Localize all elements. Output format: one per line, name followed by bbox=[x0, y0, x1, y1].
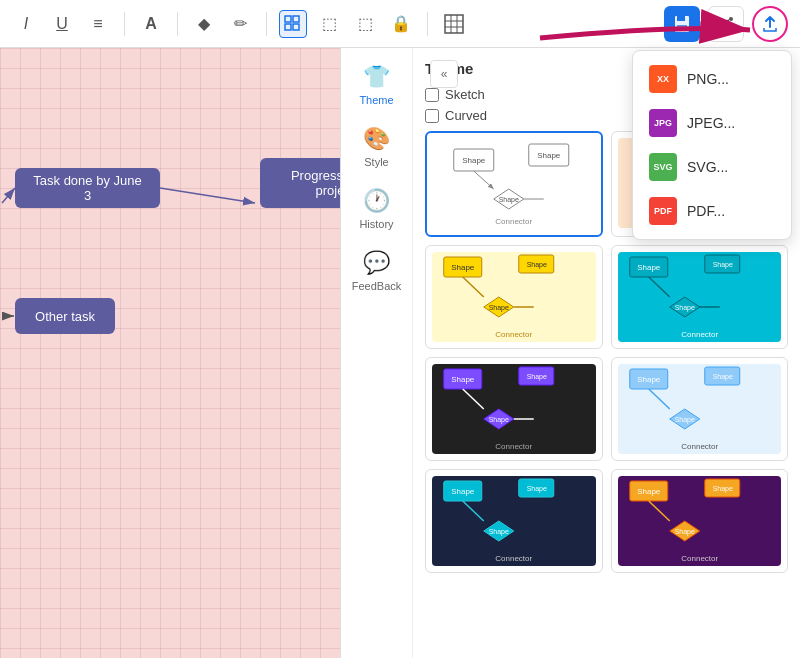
svg-line-74 bbox=[648, 389, 669, 409]
theme-icon: 👕 bbox=[363, 64, 390, 90]
svg-rect-3 bbox=[293, 24, 299, 30]
svg-line-65 bbox=[463, 389, 484, 409]
lock-btn[interactable]: 🔒 bbox=[387, 10, 415, 38]
svg-line-29 bbox=[474, 171, 494, 189]
png-icon: XX bbox=[649, 65, 677, 93]
export-dropdown: XX PNG... JPG JPEG... SVG SVG... PDF PDF… bbox=[632, 50, 792, 240]
sep2 bbox=[177, 12, 178, 36]
svg-text:Shape: Shape bbox=[712, 261, 732, 269]
curved-checkbox[interactable] bbox=[425, 109, 439, 123]
table-btn[interactable] bbox=[440, 10, 468, 38]
theme-card-yellow[interactable]: Shape Shape Shape Connector bbox=[425, 245, 603, 349]
svg-text:Shape: Shape bbox=[451, 263, 475, 272]
svg-text:Shape: Shape bbox=[489, 416, 509, 424]
svg-text:Connector: Connector bbox=[495, 330, 532, 339]
export-pdf[interactable]: PDF PDF... bbox=[633, 189, 791, 233]
export-jpeg[interactable]: JPG JPEG... bbox=[633, 101, 791, 145]
node-other-task[interactable]: Other task bbox=[15, 298, 115, 334]
svg-text:Shape: Shape bbox=[712, 373, 732, 381]
sketch-checkbox[interactable] bbox=[425, 88, 439, 102]
svg-text:Shape: Shape bbox=[451, 487, 475, 496]
svg-text:Shape: Shape bbox=[537, 151, 561, 160]
svg-text:Connector: Connector bbox=[681, 554, 718, 563]
curved-label: Curved bbox=[445, 108, 487, 123]
svg-text:Shape: Shape bbox=[637, 263, 661, 272]
sidebar-item-history[interactable]: 🕐 History bbox=[347, 180, 407, 238]
sep3 bbox=[266, 12, 267, 36]
collapse-sidebar-button[interactable]: « bbox=[430, 60, 458, 88]
theme-card-dark[interactable]: Shape Shape Shape Connector bbox=[425, 357, 603, 461]
svg-point-12 bbox=[729, 17, 733, 21]
svg-line-19 bbox=[160, 188, 255, 203]
svg-text:Shape: Shape bbox=[527, 485, 547, 493]
pen-btn[interactable]: ✏ bbox=[226, 10, 254, 38]
toolbar-right bbox=[664, 6, 788, 42]
node-task-june[interactable]: Task done by June 3 bbox=[15, 168, 160, 208]
svg-text:Connector: Connector bbox=[495, 442, 532, 451]
svg-point-14 bbox=[729, 27, 733, 31]
theme-card-navy[interactable]: Shape Shape Shape Connector bbox=[425, 469, 603, 573]
svg-text:Shape: Shape bbox=[674, 528, 694, 536]
svg-text:Shape: Shape bbox=[489, 304, 509, 312]
copy-btn[interactable]: ⬚ bbox=[351, 10, 379, 38]
save-button[interactable] bbox=[664, 6, 700, 42]
feedback-icon: 💬 bbox=[363, 250, 390, 276]
svg-line-16 bbox=[723, 25, 729, 28]
italic-btn[interactable]: I bbox=[12, 10, 40, 38]
svg-line-47 bbox=[463, 277, 484, 297]
sidebar-nav: 👕 Theme 🎨 Style 🕐 History 💬 FeedBack bbox=[341, 48, 413, 658]
svg-icon: SVG bbox=[649, 153, 677, 181]
crop-btn[interactable]: ⬚ bbox=[315, 10, 343, 38]
svg-rect-0 bbox=[285, 16, 291, 22]
underline-btn[interactable]: U bbox=[48, 10, 76, 38]
svg-text:Connector: Connector bbox=[495, 217, 532, 226]
svg-rect-4 bbox=[445, 15, 463, 33]
svg-line-20 bbox=[2, 188, 15, 203]
svg-text:Shape: Shape bbox=[637, 375, 661, 384]
svg-text:Connector: Connector bbox=[495, 554, 532, 563]
sketch-label: Sketch bbox=[445, 87, 485, 102]
export-svg[interactable]: SVG SVG... bbox=[633, 145, 791, 189]
svg-text:Connector: Connector bbox=[681, 442, 718, 451]
svg-rect-2 bbox=[285, 24, 291, 30]
sidebar-item-style[interactable]: 🎨 Style bbox=[347, 118, 407, 176]
toolbar: I U ≡ A ◆ ✏ ⬚ ⬚ 🔒 bbox=[0, 0, 800, 48]
export-button[interactable] bbox=[752, 6, 788, 42]
svg-text:Shape: Shape bbox=[499, 196, 519, 204]
svg-text:Shape: Shape bbox=[712, 485, 732, 493]
svg-text:Shape: Shape bbox=[451, 375, 475, 384]
fill-btn[interactable]: ◆ bbox=[190, 10, 218, 38]
svg-line-15 bbox=[723, 20, 729, 23]
svg-text:Shape: Shape bbox=[527, 261, 547, 269]
theme-card-lightblue[interactable]: Shape Shape Shape Connector bbox=[611, 357, 789, 461]
pdf-icon: PDF bbox=[649, 197, 677, 225]
theme-card-teal[interactable]: Shape Shape Shape Connector bbox=[611, 245, 789, 349]
svg-point-13 bbox=[719, 22, 723, 26]
theme-card-default[interactable]: Shape Shape Shape Connector bbox=[425, 131, 603, 237]
svg-rect-11 bbox=[677, 25, 687, 30]
svg-text:Shape: Shape bbox=[637, 487, 661, 496]
sep1 bbox=[124, 12, 125, 36]
export-png[interactable]: XX PNG... bbox=[633, 57, 791, 101]
theme-card-purple-orange[interactable]: Shape Shape Shape Connector bbox=[611, 469, 789, 573]
jpeg-icon: JPG bbox=[649, 109, 677, 137]
sidebar-item-feedback[interactable]: 💬 FeedBack bbox=[347, 242, 407, 300]
svg-text:Shape: Shape bbox=[489, 528, 509, 536]
svg-rect-10 bbox=[677, 16, 685, 21]
svg-line-56 bbox=[648, 277, 669, 297]
svg-text:Shape: Shape bbox=[674, 416, 694, 424]
style-icon: 🎨 bbox=[363, 126, 390, 152]
svg-rect-1 bbox=[293, 16, 299, 22]
history-icon: 🕐 bbox=[363, 188, 390, 214]
font-btn[interactable]: A bbox=[137, 10, 165, 38]
grid-btn[interactable] bbox=[279, 10, 307, 38]
svg-text:Shape: Shape bbox=[462, 156, 486, 165]
sep4 bbox=[427, 12, 428, 36]
svg-text:Connector: Connector bbox=[681, 330, 718, 339]
share-button[interactable] bbox=[708, 6, 744, 42]
list-btn[interactable]: ≡ bbox=[84, 10, 112, 38]
svg-line-82 bbox=[463, 501, 484, 521]
svg-text:Shape: Shape bbox=[527, 373, 547, 381]
svg-text:Shape: Shape bbox=[674, 304, 694, 312]
sidebar-item-theme[interactable]: 👕 Theme bbox=[347, 56, 407, 114]
